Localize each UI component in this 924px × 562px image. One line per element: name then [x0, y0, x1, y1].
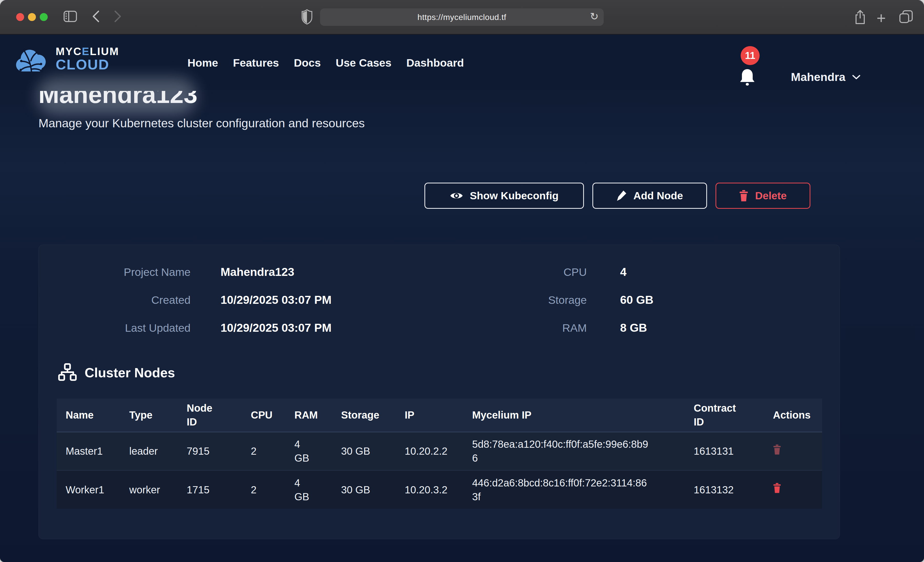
refresh-icon[interactable]: ↻: [590, 10, 598, 22]
browser-toolbar: https://myceliumcloud.tf ↻ +: [0, 0, 924, 34]
table-row-worker1: Worker1 worker 1715 2 4 GB 30 GB 10.20.3…: [57, 470, 822, 509]
site-navbar: MYCELIUM CLOUD Home Features Docs Use Ca…: [0, 34, 924, 91]
info-row: Last Updated 10/29/2025 03:07 PM: [39, 321, 332, 335]
forward-icon[interactable]: [114, 10, 122, 22]
cell-ip: 10.20.3.2: [405, 470, 472, 509]
brand-logo[interactable]: MYCELIUM CLOUD: [14, 43, 119, 74]
zoom-window-button[interactable]: [40, 13, 48, 21]
cell-contract-id: 1613132: [694, 470, 773, 509]
cell-type: worker: [129, 470, 187, 509]
info-row: Created 10/29/2025 03:07 PM: [39, 293, 332, 306]
url-text: https://myceliumcloud.tf: [417, 13, 506, 22]
last-updated-value: 10/29/2025 03:07 PM: [220, 321, 332, 335]
delete-cluster-button[interactable]: Delete: [716, 182, 810, 209]
tab-overview-icon[interactable]: [899, 10, 913, 24]
chevron-down-icon: [852, 75, 860, 80]
add-node-button[interactable]: Add Node: [592, 182, 707, 209]
user-menu[interactable]: Mahendra: [791, 70, 860, 84]
cell-actions: [773, 432, 822, 470]
storage-value: 60 GB: [620, 293, 654, 306]
show-kubeconfig-button[interactable]: Show Kubeconfig: [424, 182, 584, 209]
col-contract-id: Contract ID: [694, 399, 773, 432]
privacy-shield-icon[interactable]: [302, 9, 312, 25]
cell-name: Worker1: [57, 470, 129, 509]
cell-contract-id: 1613131: [694, 432, 773, 470]
cluster-nodes-icon: [58, 363, 77, 382]
cell-cpu: 2: [251, 432, 294, 470]
trash-icon: [739, 190, 748, 201]
cluster-actions: Show Kubeconfig Add Node Delete: [424, 182, 810, 209]
delete-node-button[interactable]: [773, 483, 781, 493]
project-info-right: CPU 4 Storage 60 GB RAM 8 GB: [475, 265, 654, 335]
cell-node-id: 7915: [187, 432, 251, 470]
cell-cpu: 2: [251, 470, 294, 509]
ram-label: RAM: [475, 322, 587, 334]
cell-storage: 30 GB: [341, 432, 405, 470]
info-row: CPU 4: [475, 265, 654, 279]
cell-ip: 10.20.2.2: [405, 432, 472, 470]
table-row-master1: Master1 leader 7915 2 4 GB 30 GB 10.20.2…: [57, 432, 822, 470]
created-value: 10/29/2025 03:07 PM: [220, 293, 332, 306]
col-storage: Storage: [341, 399, 405, 432]
cluster-details-card: Project Name Mahendra123 Created 10/29/2…: [39, 245, 840, 539]
page-content: MYCELIUM CLOUD Home Features Docs Use Ca…: [0, 34, 924, 562]
brand-wordmark: MYCELIUM CLOUD: [56, 46, 119, 72]
cpu-label: CPU: [475, 266, 587, 278]
info-row: RAM 8 GB: [475, 321, 654, 335]
cell-mycelium-ip: 446:d2a6:8bcd:8c16:ff0f:72e2:3114:863f: [472, 470, 694, 509]
col-type: Type: [129, 399, 187, 432]
created-label: Created: [39, 294, 190, 306]
back-icon[interactable]: [92, 10, 99, 22]
cell-node-id: 1715: [187, 470, 251, 509]
cell-name: Master1: [57, 432, 129, 470]
cluster-nodes-table: Name Type Node ID CPU RAM Storage IP Myc…: [57, 399, 822, 509]
user-name: Mahendra: [791, 70, 846, 84]
page-subtitle: Manage your Kubernetes cluster configura…: [39, 116, 364, 130]
cell-actions: [773, 470, 822, 509]
ram-value: 8 GB: [620, 321, 647, 335]
cell-type: leader: [129, 432, 187, 470]
storage-label: Storage: [475, 294, 587, 306]
delete-node-button[interactable]: [773, 444, 781, 455]
nav-link-docs[interactable]: Docs: [294, 57, 321, 69]
nav-link-dashboard[interactable]: Dashboard: [406, 57, 464, 69]
sidebar-toggle-icon[interactable]: [64, 11, 77, 22]
col-name: Name: [57, 399, 129, 432]
address-bar[interactable]: https://myceliumcloud.tf ↻: [320, 9, 604, 26]
eye-icon: [450, 191, 463, 200]
nav-link-features[interactable]: Features: [233, 57, 279, 69]
cluster-nodes-title: Cluster Nodes: [85, 365, 175, 380]
info-row: Storage 60 GB: [475, 293, 654, 306]
last-updated-label: Last Updated: [39, 322, 190, 334]
cell-mycelium-ip: 5d8:78ea:a120:f40c:ff0f:a5fe:99e6:8b96: [472, 432, 694, 470]
cell-ram: 4 GB: [294, 432, 341, 470]
cell-ram: 4 GB: [294, 470, 341, 509]
share-icon[interactable]: [854, 10, 866, 25]
col-node-id: Node ID: [187, 399, 251, 432]
col-cpu: CPU: [251, 399, 294, 432]
info-row: Project Name Mahendra123: [39, 265, 332, 279]
project-name-value: Mahendra123: [220, 265, 294, 279]
cluster-nodes-header: Cluster Nodes: [58, 363, 175, 382]
nav-links: Home Features Docs Use Cases Dashboard: [188, 34, 464, 91]
project-info-left: Project Name Mahendra123 Created 10/29/2…: [39, 265, 332, 335]
notification-badge: 11: [741, 46, 760, 65]
cell-storage: 30 GB: [341, 470, 405, 509]
notifications-button[interactable]: 11: [738, 46, 766, 95]
bell-icon: [740, 69, 755, 88]
minimize-window-button[interactable]: [28, 13, 36, 21]
browser-window: https://myceliumcloud.tf ↻ +: [0, 0, 924, 562]
project-name-label: Project Name: [39, 266, 190, 278]
new-tab-icon[interactable]: +: [876, 9, 886, 27]
pencil-icon: [616, 190, 627, 201]
nav-link-use-cases[interactable]: Use Cases: [336, 57, 392, 69]
close-window-button[interactable]: [16, 13, 24, 21]
table-header-row: Name Type Node ID CPU RAM Storage IP Myc…: [57, 399, 822, 432]
mycelium-cloud-logo-icon: [14, 43, 50, 74]
col-ip: IP: [405, 399, 472, 432]
nav-link-home[interactable]: Home: [188, 57, 218, 69]
col-ram: RAM: [294, 399, 341, 432]
cpu-value: 4: [620, 265, 627, 279]
col-actions: Actions: [773, 399, 822, 432]
col-mycelium-ip: Mycelium IP: [472, 399, 694, 432]
